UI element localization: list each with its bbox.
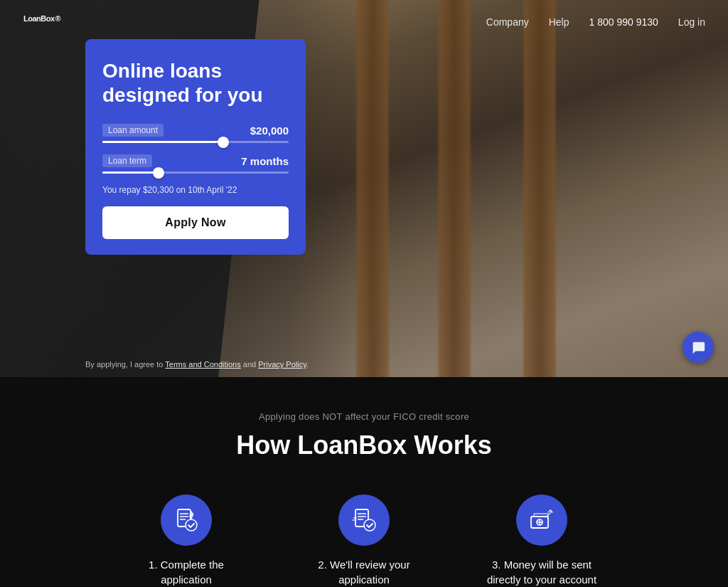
loan-amount-row: Loan amount $20,000 xyxy=(102,124,289,143)
nav-help[interactable]: Help xyxy=(549,16,569,28)
step-3-icon xyxy=(516,495,567,546)
step-1: 1. Complete the application xyxy=(126,495,247,587)
chat-button[interactable] xyxy=(682,332,714,363)
loan-amount-slider-fill xyxy=(102,141,223,143)
step-1-icon xyxy=(161,495,212,546)
loan-term-value: 7 months xyxy=(241,155,289,167)
svg-point-4 xyxy=(186,519,197,531)
header: LoanBox® Company Help 1 800 990 9130 Log… xyxy=(0,0,728,44)
steps-container: 1. Complete the application 2. We'll rev… xyxy=(23,495,705,587)
loan-amount-label: Loan amount xyxy=(102,124,164,137)
loan-term-slider-thumb[interactable] xyxy=(153,167,164,179)
loan-term-row: Loan term 7 months xyxy=(102,154,289,174)
svg-rect-13 xyxy=(534,514,548,517)
loan-amount-slider-thumb[interactable] xyxy=(218,137,229,148)
terms-link[interactable]: Terms and Conditions xyxy=(165,360,240,369)
svg-point-9 xyxy=(364,519,375,531)
repay-text: You repay $20,300 on 10th April '22 xyxy=(102,185,289,195)
chat-icon xyxy=(690,339,706,355)
disclaimer-and: and xyxy=(241,360,258,369)
step-1-label: 1. Complete the application xyxy=(126,557,247,587)
nav: Company Help 1 800 990 9130 Log in xyxy=(486,16,705,28)
logo-text: LoanBox xyxy=(23,14,55,23)
disclaimer-period: . xyxy=(306,360,309,369)
checkmark-icon xyxy=(350,507,378,534)
step-2-label: 2. We'll review your application xyxy=(304,557,424,587)
loan-card: Online loans designed for you Loan amoun… xyxy=(85,39,306,255)
privacy-link[interactable]: Privacy Policy xyxy=(258,360,306,369)
loan-amount-value: $20,000 xyxy=(250,125,289,137)
how-subtitle: Applying does NOT affect your FICO credi… xyxy=(23,411,705,422)
step-3-label: 3. Money will be sent directly to your a… xyxy=(481,557,602,587)
step-3: 3. Money will be sent directly to your a… xyxy=(481,495,602,587)
hero-headline: Online loans designed for you xyxy=(102,59,289,107)
logo-symbol: ® xyxy=(55,14,61,23)
money-icon xyxy=(528,507,555,534)
hero-section: Online loans designed for you Loan amoun… xyxy=(0,0,728,377)
how-section: Applying does NOT affect your FICO credi… xyxy=(0,377,728,587)
loan-amount-slider-track[interactable] xyxy=(102,141,289,143)
disclaimer: By applying, I agree to Terms and Condit… xyxy=(85,360,309,369)
logo: LoanBox® xyxy=(23,13,60,31)
nav-phone: 1 800 990 9130 xyxy=(589,16,658,28)
nav-company[interactable]: Company xyxy=(486,16,529,28)
nav-login[interactable]: Log in xyxy=(678,16,705,28)
step-2: 2. We'll review your application xyxy=(304,495,424,587)
form-icon xyxy=(173,507,200,534)
loan-term-label: Loan term xyxy=(102,154,152,167)
how-title: How LoanBox Works xyxy=(23,430,705,460)
step-2-icon xyxy=(338,495,390,546)
apply-now-button[interactable]: Apply Now xyxy=(102,206,289,239)
loan-term-slider-fill xyxy=(102,171,159,174)
loan-term-slider-track[interactable] xyxy=(102,171,289,174)
disclaimer-text: By applying, I agree to xyxy=(85,360,165,369)
